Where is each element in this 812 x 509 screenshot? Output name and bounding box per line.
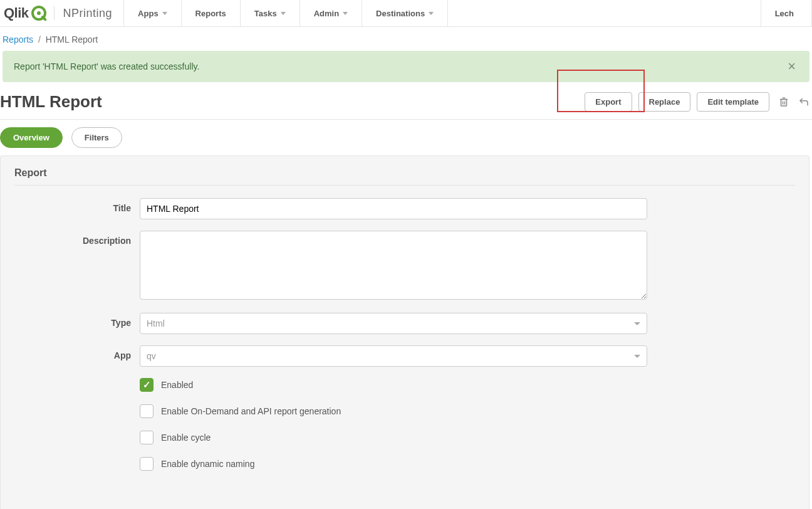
user-name: Lech [775,9,794,18]
breadcrumb-current: HTML Report [46,34,98,45]
svg-point-1 [37,11,41,15]
label-type: Type [14,313,140,328]
row-title: Title [14,198,795,219]
ondemand-checkbox[interactable] [140,404,154,418]
back-icon[interactable] [798,97,809,108]
brand-nprinting-text: NPrinting [63,7,113,20]
tab-overview[interactable]: Overview [0,127,63,148]
check-dynamic-row: Enable dynamic naming [140,457,647,471]
check-ondemand-row: Enable On-Demand and API report generati… [140,404,647,418]
description-textarea[interactable] [140,231,647,300]
row-app: App qv [14,345,795,367]
cycle-label: Enable cycle [161,433,211,443]
chevron-down-icon [634,322,640,325]
check-cycle-row: Enable cycle [140,431,647,444]
tabs: Overview Filters [0,120,812,155]
breadcrumb-separator: / [38,34,41,45]
type-select[interactable]: Html [140,313,647,334]
report-panel: Report Title Description Type Html App q… [0,155,809,509]
chevron-down-icon [429,12,434,15]
nav-reports[interactable]: Reports [182,0,241,26]
dynamic-label: Enable dynamic naming [161,459,254,469]
label-description: Description [14,231,140,246]
nav-destinations[interactable]: Destinations [362,0,448,26]
divider [14,185,795,186]
chevron-down-icon [281,12,286,15]
chevron-down-icon [634,355,640,358]
page-title: HTML Report [0,92,578,112]
nav-destinations-label: Destinations [376,9,425,18]
ondemand-label: Enable On-Demand and API report generati… [161,406,341,416]
brand-qlik-text: Qlik [4,5,29,21]
brand-separator [54,6,55,20]
user-menu[interactable]: Lech [761,0,812,26]
brand-area: Qlik NPrinting [0,0,124,26]
close-icon[interactable]: × [785,60,798,73]
check-enabled-row: Enabled [140,378,647,392]
nav-apps-label: Apps [138,9,159,18]
app-select[interactable]: qv [140,345,647,367]
tab-filters[interactable]: Filters [71,127,122,148]
qlik-logo-icon [31,6,46,21]
row-checkboxes: Enabled Enable On-Demand and API report … [14,378,795,483]
app-select-value: qv [147,351,156,361]
alert-message: Report 'HTML Report' was created success… [14,61,199,71]
top-nav: Qlik NPrinting Apps Reports Tasks Admin … [0,0,812,27]
cycle-checkbox[interactable] [140,431,154,444]
row-description: Description [14,231,795,302]
nav-tasks-label: Tasks [254,9,277,18]
breadcrumb-parent-link[interactable]: Reports [3,34,33,45]
replace-button[interactable]: Replace [638,92,691,112]
chevron-down-icon [162,12,167,15]
enabled-checkbox[interactable] [140,378,154,392]
svg-line-2 [43,17,46,20]
svg-rect-3 [781,99,787,106]
label-title: Title [14,198,140,213]
nav-tasks[interactable]: Tasks [241,0,300,26]
label-app: App [14,345,140,360]
page-header: HTML Report Export Replace Edit template [0,88,812,120]
nav-apps[interactable]: Apps [124,0,182,26]
panel-heading: Report [14,167,795,179]
type-select-value: Html [147,318,165,328]
header-actions: Export Replace Edit template [578,92,809,112]
nav-admin-label: Admin [314,9,339,18]
edit-template-button[interactable]: Edit template [697,92,769,112]
delete-icon[interactable] [778,97,789,108]
breadcrumb: Reports / HTML Report [0,27,812,51]
chevron-down-icon [343,12,348,15]
dynamic-checkbox[interactable] [140,457,154,471]
success-alert: Report 'HTML Report' was created success… [3,51,809,82]
nav-admin[interactable]: Admin [300,0,362,26]
export-button[interactable]: Export [585,92,632,112]
nav-reports-label: Reports [195,9,226,18]
enabled-label: Enabled [161,380,193,390]
row-type: Type Html [14,313,795,334]
title-input[interactable] [140,198,647,219]
